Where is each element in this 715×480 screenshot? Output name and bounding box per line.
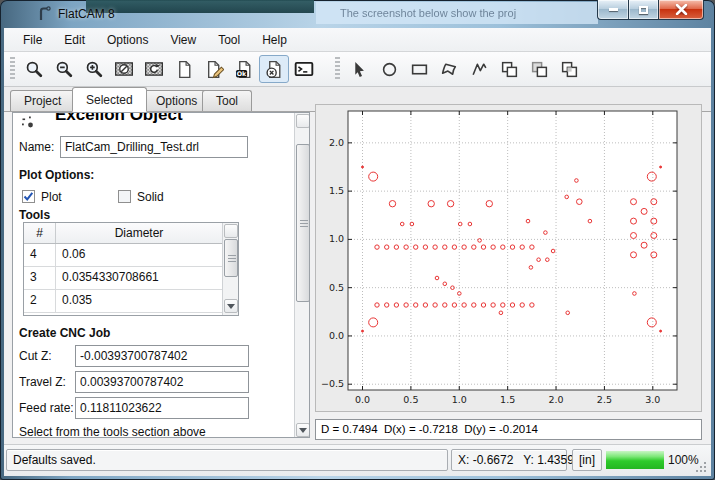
new-file-button[interactable]	[169, 55, 199, 83]
svg-text:0.5: 0.5	[329, 282, 344, 293]
accept-file-button[interactable]: Ok	[229, 55, 259, 83]
svg-text:1.0: 1.0	[329, 233, 344, 244]
toolbar-handle[interactable]	[10, 57, 15, 81]
shell-button[interactable]	[289, 55, 319, 83]
pointer-tool-button[interactable]	[344, 55, 374, 83]
feed-rate-input[interactable]	[75, 397, 249, 419]
column-header-diameter[interactable]: Diameter	[56, 223, 238, 243]
column-header-number[interactable]: #	[24, 223, 56, 243]
svg-text:0.0: 0.0	[329, 330, 344, 341]
panel-scrollbar-thumb[interactable]	[296, 144, 310, 302]
plot-checkbox-label[interactable]: Plot	[41, 190, 62, 204]
panel-title: Excellon Object	[55, 112, 183, 125]
menu-view[interactable]: View	[159, 30, 207, 50]
svg-text:2.5: 2.5	[597, 394, 612, 405]
resize-grip-icon[interactable]	[695, 461, 707, 473]
svg-text:3.0: 3.0	[645, 394, 660, 405]
feed-rate-label: Feed rate:	[19, 401, 74, 415]
table-scrollbar[interactable]	[222, 223, 238, 315]
tool-diameter-cell[interactable]: 0.035	[56, 290, 238, 312]
selected-object-panel: Excellon Object Name: Plot Options: Plot…	[12, 112, 310, 438]
menu-edit[interactable]: Edit	[53, 30, 96, 50]
scroll-up-button[interactable]	[224, 224, 238, 238]
zoom-in-button[interactable]	[79, 55, 109, 83]
zoom-fit-button[interactable]	[19, 55, 49, 83]
draw-polygon-button[interactable]	[434, 55, 464, 83]
pointer-icon	[350, 60, 369, 79]
table-scrollbar-thumb[interactable]	[224, 239, 238, 277]
excellon-object-icon	[21, 115, 39, 133]
tab-selected[interactable]: Selected	[72, 87, 147, 112]
subtract-icon	[530, 60, 549, 79]
zoom-in-icon	[85, 60, 104, 79]
toolbar-handle[interactable]	[335, 57, 340, 81]
plot-options-label: Plot Options:	[19, 168, 94, 182]
draw-path-button[interactable]	[464, 55, 494, 83]
cancel-file-button[interactable]	[259, 55, 289, 83]
create-cnc-job-label: Create CNC Job	[19, 326, 110, 340]
draw-circle-button[interactable]	[374, 55, 404, 83]
svg-text:2.0: 2.0	[329, 137, 344, 148]
name-label: Name:	[19, 140, 54, 154]
edit-file-button[interactable]	[199, 55, 229, 83]
tools-hint-text: Select from the tools section above	[19, 425, 206, 438]
table-row[interactable]: 30.0354330708661	[24, 267, 238, 290]
scroll-down-button[interactable]	[224, 299, 238, 313]
solid-checkbox[interactable]	[118, 190, 131, 203]
solid-checkbox-label[interactable]: Solid	[137, 190, 164, 204]
travel-z-input[interactable]	[75, 371, 249, 393]
scroll-up-button[interactable]	[296, 114, 310, 128]
minimize-button[interactable]	[597, 0, 628, 20]
panel-scrollbar[interactable]	[294, 113, 310, 438]
clear-plot-icon	[114, 59, 134, 79]
tool-diameter-cell[interactable]: 0.0354330708661	[56, 267, 238, 289]
thumb-grip	[228, 255, 236, 262]
tool-number-cell[interactable]: 4	[24, 244, 56, 266]
table-row[interactable]: 20.035	[24, 290, 238, 313]
draw-rectangle-button[interactable]	[404, 55, 434, 83]
status-bar: Defaults saved. X: -0.6672 Y: 1.4359 [in…	[4, 444, 711, 476]
replot-icon	[144, 59, 164, 79]
close-button[interactable]	[659, 0, 704, 20]
zoom-out-button[interactable]	[49, 55, 79, 83]
plot-checkbox[interactable]	[22, 190, 35, 203]
close-icon	[675, 4, 688, 15]
intersect-button[interactable]	[554, 55, 584, 83]
title-bar[interactable]: The screenshot below show the proj FlatC…	[0, 0, 715, 28]
svg-text:0.0: 0.0	[355, 394, 370, 405]
svg-text:1.5: 1.5	[329, 185, 344, 196]
menu-help[interactable]: Help	[251, 30, 298, 50]
replot-button[interactable]	[139, 55, 169, 83]
tab-options[interactable]: Options	[142, 90, 211, 111]
tool-diameter-cell[interactable]: 0.06	[56, 244, 238, 266]
union-button[interactable]	[494, 55, 524, 83]
tool-number-cell[interactable]: 3	[24, 267, 56, 289]
menu-tool[interactable]: Tool	[207, 30, 251, 50]
cut-z-label: Cut Z:	[19, 349, 52, 363]
union-icon	[500, 60, 519, 79]
maximize-button[interactable]	[628, 0, 659, 20]
edit-file-icon	[205, 60, 224, 79]
polygon-tool-icon	[440, 60, 459, 79]
background-bleed-block	[86, 0, 314, 13]
background-bleed-text: The screenshot below show the proj	[316, 2, 598, 24]
menu-options[interactable]: Options	[96, 30, 159, 50]
path-tool-icon	[470, 60, 489, 79]
clear-plot-button[interactable]	[109, 55, 139, 83]
table-row[interactable]: 40.06	[24, 244, 238, 267]
scroll-down-button[interactable]	[296, 423, 310, 437]
cut-z-input[interactable]	[75, 345, 249, 367]
menu-file[interactable]: File	[12, 30, 53, 50]
plot-canvas[interactable]: 0.00.51.01.52.02.53.0−0.50.00.51.01.52.0	[315, 104, 702, 412]
rectangle-tool-icon	[410, 60, 429, 79]
travel-z-label: Travel Z:	[19, 375, 66, 389]
status-message: Defaults saved.	[6, 449, 448, 471]
check-icon	[23, 191, 34, 202]
svg-text:−0.5: −0.5	[321, 378, 344, 389]
name-input[interactable]	[60, 136, 248, 158]
tab-project[interactable]: Project	[10, 90, 75, 111]
tools-table[interactable]: # Diameter 40.0630.035433070866120.035	[23, 222, 239, 316]
tool-number-cell[interactable]: 2	[24, 290, 56, 312]
subtract-button[interactable]	[524, 55, 554, 83]
tab-tool[interactable]: Tool	[202, 90, 252, 111]
